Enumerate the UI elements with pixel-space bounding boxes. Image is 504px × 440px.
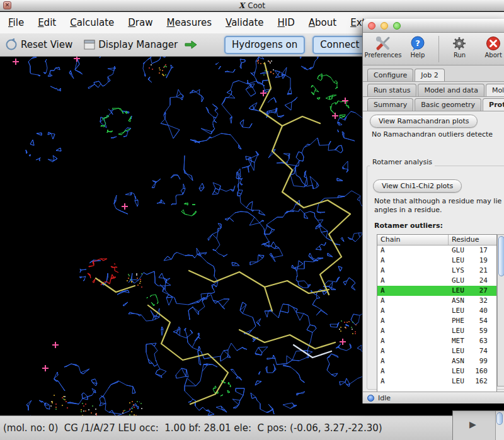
window-title-text: Coot	[248, 1, 265, 10]
residue-column-header[interactable]: Residue	[449, 235, 496, 245]
abort-button[interactable]: Abort	[476, 35, 504, 59]
table-row[interactable]: ALEU40	[377, 306, 496, 316]
x11-icon: X	[239, 1, 244, 10]
table-row[interactable]: AASN99	[377, 356, 496, 366]
table-row[interactable]: ALEU19	[377, 256, 496, 266]
preferences-icon	[375, 35, 391, 52]
gl-statusbar: (mol. no: 0) CG /1/A/27 LEU occ: 1.00 bf…	[0, 415, 504, 440]
menu-edit[interactable]: Edit	[31, 13, 63, 32]
display-manager-button[interactable]: Display Manager	[98, 39, 178, 50]
table-row[interactable]: APHE54	[377, 316, 496, 326]
abort-icon	[486, 35, 501, 52]
reset-view-icon[interactable]	[5, 38, 18, 51]
preferences-button[interactable]: Preferences	[365, 35, 401, 59]
rotamer-table-body: AGLU17ALEU19ALYS21AGLU24ALEU27AASN32ALEU…	[377, 245, 496, 392]
table-row[interactable]: AASN32	[377, 296, 496, 306]
window-titlebar[interactable]: ✕ XCoot	[0, 0, 504, 11]
tab-summary[interactable]: Summary	[367, 98, 413, 111]
menu-calculate[interactable]: Calculate	[63, 13, 121, 32]
table-row[interactable]: AMET63	[377, 336, 496, 346]
table-row[interactable]: ALEU74	[377, 346, 496, 356]
table-scrollbar-thumb[interactable]	[498, 236, 504, 276]
go-arrow-icon[interactable]	[184, 40, 198, 50]
section-tabs: Run status Model and data MolProbit	[363, 82, 504, 97]
abort-label: Abort	[485, 52, 502, 59]
corner-scrollbar-thumb[interactable]	[496, 412, 503, 425]
close-traffic-light-icon[interactable]	[368, 22, 375, 30]
status-dot-icon	[367, 395, 374, 402]
toolbar-separator	[438, 36, 439, 62]
corner-scrollbar[interactable]	[495, 411, 504, 440]
table-row[interactable]: ALEU162	[377, 376, 496, 386]
hydrogens-toggle-button[interactable]: Hydrogens on	[224, 36, 305, 54]
run-gear-icon	[452, 35, 467, 52]
table-row[interactable]: ALEU27	[377, 286, 496, 296]
tab-run-status[interactable]: Run status	[367, 84, 416, 96]
panel-titlebar[interactable]	[363, 19, 504, 33]
help-button[interactable]: ? Help	[401, 35, 435, 59]
job-tabs: Configure Job 2	[363, 65, 504, 82]
panel-content: View Ramachandran plots No Ramachandran …	[363, 111, 504, 392]
menu-validate[interactable]: Validate	[219, 13, 270, 32]
ramachandran-result-text: No Ramachandran outliers detecte	[372, 130, 493, 138]
run-label: Run	[454, 52, 466, 59]
menu-hid[interactable]: HID	[271, 13, 302, 32]
preferences-label: Preferences	[365, 52, 402, 59]
run-button[interactable]: Run	[443, 35, 477, 59]
table-row[interactable]: AGLU17	[377, 245, 496, 256]
panel-toolbar: Preferences ? Help Run Abort	[363, 33, 504, 65]
panel-status-text: Idle	[378, 394, 391, 402]
display-manager-icon[interactable]	[84, 40, 95, 50]
view-ramachandran-button[interactable]: View Ramachandran plots	[370, 115, 478, 128]
menu-draw[interactable]: Draw	[121, 13, 159, 32]
rotamer-section-label: Rotamer analysis	[370, 158, 435, 166]
sub-tabs: Summary Basic geometry Protein C	[363, 97, 504, 111]
help-label: Help	[410, 52, 425, 59]
corner-panel: ▶	[452, 410, 504, 440]
table-row[interactable]: AGLU24	[377, 276, 496, 286]
table-scrollbar[interactable]	[497, 234, 504, 386]
screen: ✕ XCoot File Edit Calculate Draw Measure…	[0, 0, 504, 440]
menu-measures[interactable]: Measures	[159, 13, 219, 32]
table-header[interactable]: Chain Residue	[377, 235, 496, 245]
help-icon: ?	[410, 35, 425, 52]
rotamer-outliers-label: Rotamer outliers:	[374, 222, 443, 230]
window-title: XCoot	[0, 1, 504, 10]
rotamer-outliers-table: Chain Residue AGLU17ALEU19ALYS21AGLU24AL…	[377, 234, 497, 392]
rotamer-note-line2: angles in a residue.	[374, 206, 442, 214]
connect-button[interactable]: Connect	[312, 36, 367, 54]
table-row[interactable]	[377, 386, 496, 392]
tab-basic-geometry[interactable]: Basic geometry	[415, 98, 481, 111]
tab-configure[interactable]: Configure	[367, 69, 413, 81]
rotamer-note-line1: Note that although a residue may lie	[374, 197, 501, 205]
validation-window: Preferences ? Help Run Abort	[362, 19, 504, 403]
chain-column-header[interactable]: Chain	[377, 235, 449, 245]
tab-protein[interactable]: Protein	[483, 98, 504, 111]
play-arrow-icon[interactable]: ▶	[469, 419, 476, 429]
atom-info-text: (mol. no: 0) CG /1/A/27 LEU occ: 1.00 bf…	[3, 422, 382, 434]
reset-view-button[interactable]: Reset View	[21, 39, 72, 50]
table-row[interactable]: ALEU59	[377, 326, 496, 336]
zoom-traffic-light-icon[interactable]	[393, 22, 401, 30]
tab-molprobity[interactable]: MolProbit	[486, 84, 504, 96]
menu-about[interactable]: About	[302, 13, 343, 32]
tab-model-and-data[interactable]: Model and data	[418, 84, 484, 96]
view-chi-plots-button[interactable]: View Chi1-Chi2 plots	[373, 179, 462, 193]
panel-statusbar: Idle	[363, 392, 504, 403]
table-row[interactable]: ALEU160	[377, 366, 496, 376]
minimize-traffic-light-icon[interactable]	[381, 22, 388, 30]
tab-job-2[interactable]: Job 2	[415, 69, 444, 81]
menu-file[interactable]: File	[1, 13, 31, 32]
svg-text:?: ?	[415, 38, 420, 48]
table-row[interactable]: ALYS21	[377, 266, 496, 276]
